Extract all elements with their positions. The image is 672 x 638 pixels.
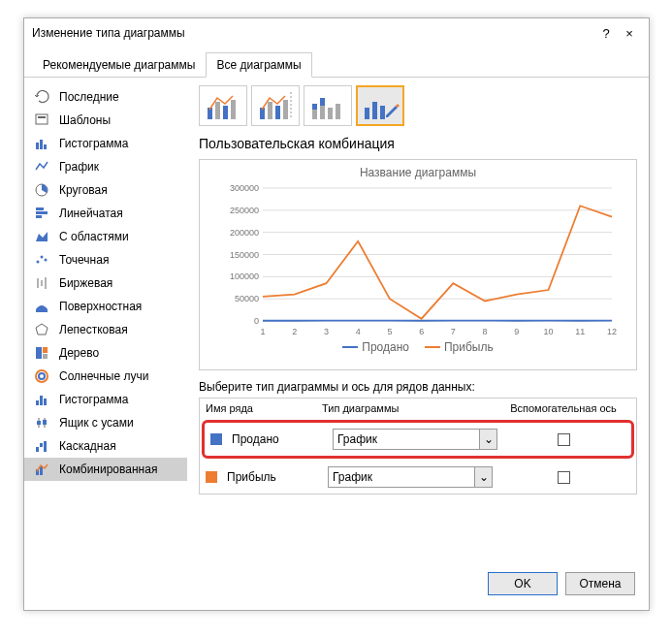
series-name-1: Прибыль <box>227 470 324 484</box>
aux-axis-checkbox-1[interactable] <box>558 471 570 484</box>
sidebar-item-waterfall[interactable]: Каскадная <box>24 434 187 458</box>
surface-icon <box>34 299 51 314</box>
svg-point-12 <box>45 259 48 262</box>
tab-all[interactable]: Все диаграммы <box>206 52 311 78</box>
svg-point-11 <box>41 256 44 259</box>
svg-rect-49 <box>365 108 369 119</box>
svg-point-10 <box>37 261 40 264</box>
subtype-custom[interactable] <box>356 85 404 126</box>
svg-rect-48 <box>336 104 340 119</box>
column-icon <box>34 136 51 151</box>
subtype-strip <box>199 85 637 126</box>
svg-rect-2 <box>36 143 39 149</box>
templates-icon <box>34 112 51 128</box>
sidebar-item-pie[interactable]: Круговая <box>24 178 187 202</box>
subtype-1[interactable] <box>199 85 247 126</box>
help-button[interactable]: ? <box>594 26 618 41</box>
series-row-1: Прибыль График⌄ <box>200 461 636 494</box>
stock-icon <box>34 275 51 291</box>
svg-text:50000: 50000 <box>235 294 259 303</box>
radar-icon <box>34 322 51 337</box>
main-panel: Пользовательская комбинация Название диа… <box>187 78 649 562</box>
sidebar-item-boxwhisker[interactable]: Ящик с усами <box>24 411 187 434</box>
svg-rect-39 <box>268 102 272 119</box>
svg-rect-44 <box>312 104 317 110</box>
svg-text:11: 11 <box>575 327 585 336</box>
svg-text:9: 9 <box>514 327 519 336</box>
sidebar-item-recent[interactable]: Последние <box>24 85 187 109</box>
area-icon <box>34 229 51 244</box>
subtype-3[interactable] <box>304 85 352 126</box>
svg-rect-23 <box>40 396 43 405</box>
svg-rect-19 <box>43 354 48 359</box>
svg-marker-16 <box>36 324 48 335</box>
series-color-0 <box>210 433 222 445</box>
svg-rect-26 <box>37 421 41 425</box>
bar-icon <box>34 206 51 221</box>
svg-rect-40 <box>275 106 280 119</box>
series-table: Имя ряда Тип диаграммы Вспомогательная о… <box>199 398 637 494</box>
sidebar-item-radar[interactable]: Лепестковая <box>24 318 187 341</box>
svg-text:300000: 300000 <box>230 183 259 193</box>
ok-button[interactable]: OK <box>488 572 558 595</box>
tab-recommended[interactable]: Рекомендуемые диаграммы <box>32 52 206 78</box>
line-icon <box>34 159 51 175</box>
subtype-2[interactable] <box>251 85 300 126</box>
dialog-title: Изменение типа диаграммы <box>32 26 594 40</box>
chart-preview[interactable]: Название диаграммы 050000100000150000200… <box>199 159 637 370</box>
scatter-icon <box>34 252 51 268</box>
svg-rect-28 <box>43 420 47 425</box>
titlebar: Изменение типа диаграммы ? × <box>24 18 649 48</box>
sidebar-item-area[interactable]: С областями <box>24 225 187 248</box>
svg-text:10: 10 <box>544 327 554 336</box>
sidebar-item-sunburst[interactable]: Солнечные лучи <box>24 365 187 388</box>
svg-rect-30 <box>40 443 43 447</box>
chart-title: Название диаграммы <box>206 166 630 179</box>
svg-rect-8 <box>36 215 42 218</box>
waterfall-icon <box>34 438 51 454</box>
svg-rect-31 <box>44 441 47 452</box>
series-prompt: Выберите тип диаграммы и ось для рядов д… <box>199 380 637 394</box>
series-row-0: Продано График⌄ <box>202 420 634 459</box>
chevron-down-icon: ⌄ <box>479 430 496 449</box>
close-button[interactable]: × <box>618 26 641 41</box>
section-title: Пользовательская комбинация <box>199 136 637 151</box>
svg-rect-18 <box>43 347 48 353</box>
sidebar-item-scatter[interactable]: Точечная <box>24 248 187 271</box>
svg-rect-17 <box>36 347 42 359</box>
svg-rect-37 <box>231 100 236 119</box>
aux-axis-checkbox-0[interactable] <box>558 433 570 446</box>
sidebar-item-templates[interactable]: Шаблоны <box>24 109 187 132</box>
svg-rect-1 <box>38 116 46 118</box>
svg-text:1: 1 <box>260 327 265 336</box>
svg-rect-0 <box>36 114 48 124</box>
cancel-button[interactable]: Отмена <box>565 572 635 595</box>
sidebar-item-surface[interactable]: Поверхностная <box>24 295 187 318</box>
treemap-icon <box>34 345 51 361</box>
svg-text:150000: 150000 <box>230 250 259 260</box>
svg-rect-7 <box>36 211 48 214</box>
series-type-select-0[interactable]: График⌄ <box>333 429 497 450</box>
sidebar-item-combo[interactable]: Комбинированная <box>24 458 187 481</box>
svg-point-20 <box>36 370 48 382</box>
chart-legend: Продано Прибыль <box>206 340 630 354</box>
sidebar-item-line[interactable]: График <box>24 155 187 178</box>
svg-rect-33 <box>40 466 43 475</box>
svg-text:3: 3 <box>324 327 329 336</box>
sidebar-item-column[interactable]: Гистограмма <box>24 132 187 155</box>
tab-strip: Рекомендуемые диаграммы Все диаграммы <box>24 51 649 78</box>
svg-rect-50 <box>372 102 377 119</box>
sidebar-item-bar[interactable]: Линейчатая <box>24 202 187 225</box>
sidebar-item-stock[interactable]: Биржевая <box>24 271 187 295</box>
recent-icon <box>34 89 51 105</box>
chart-canvas: 0500001000001500002000002500003000001234… <box>206 183 630 338</box>
series-type-select-1[interactable]: График⌄ <box>328 466 493 488</box>
svg-text:2: 2 <box>292 327 297 336</box>
svg-text:8: 8 <box>483 327 488 336</box>
svg-text:200000: 200000 <box>230 228 259 238</box>
svg-text:7: 7 <box>451 327 456 336</box>
header-type: Тип диаграммы <box>316 399 491 418</box>
svg-text:5: 5 <box>387 327 392 336</box>
sidebar-item-histogram[interactable]: Гистограмма <box>24 388 187 411</box>
sidebar-item-treemap[interactable]: Дерево <box>24 341 187 365</box>
